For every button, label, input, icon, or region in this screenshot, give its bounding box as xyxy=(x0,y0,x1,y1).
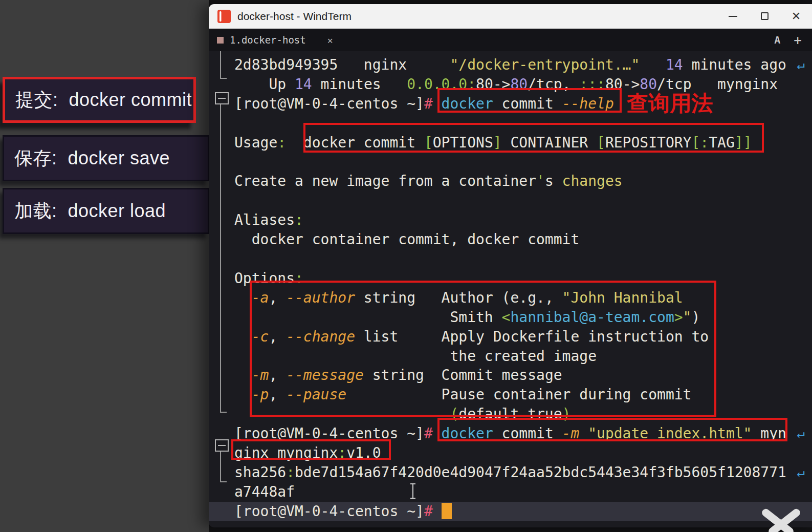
minimize-icon xyxy=(729,16,737,17)
terminal-line: [root@VM-0-4-centos ~]# docker commit --… xyxy=(209,94,812,114)
fold-collapse-icon[interactable] xyxy=(215,92,229,104)
line-wrap-icon: ↵ xyxy=(797,463,805,482)
usage-note-annotation: 查询用法 xyxy=(627,89,713,118)
windterm-window: docker-host - WindTerm ✕ 1.docker-host ✕… xyxy=(209,4,812,527)
note-box-docker-commit: 提交: docker commit xyxy=(3,77,196,123)
windterm-app-icon xyxy=(217,10,231,23)
terminal-line xyxy=(209,114,812,133)
terminal-line: -p, --pause Pause container during commi… xyxy=(209,385,812,405)
tab-close-icon[interactable]: ✕ xyxy=(327,35,333,46)
terminal-line: Create a new image from a container's ch… xyxy=(209,172,812,191)
tab-docker-host[interactable]: 1.docker-host xyxy=(230,34,306,46)
note-box-docker-save: 保存: docker save xyxy=(3,135,209,181)
terminal-line: -a, --author string Author (e.g., "John … xyxy=(209,288,812,308)
note-box-label: 加载: docker load xyxy=(14,199,166,224)
terminal-line: a7448af xyxy=(209,482,812,502)
terminal-line: 2d83bd949395 nginx "/docker-entrypoint.…… xyxy=(209,55,812,75)
terminal-line: sha256:bde7d154a67f420d0e4d9047f24aa52bd… xyxy=(209,463,812,482)
terminal-line: [root@VM-0-4-centos ~]# docker commit -m… xyxy=(209,424,812,443)
fold-collapse-icon[interactable] xyxy=(215,439,229,452)
line-wrap-icon: ↵ xyxy=(797,424,805,443)
font-size-button[interactable]: A xyxy=(774,34,780,46)
terminal-line: -m, --message string Commit message xyxy=(209,366,812,385)
tab-status-icon xyxy=(217,37,224,44)
terminal-line: (default true) xyxy=(209,405,812,424)
terminal-line: docker container commit, docker commit xyxy=(209,230,812,249)
text-cursor xyxy=(442,503,452,519)
mouse-ibeam-pointer xyxy=(412,484,413,498)
window-title: docker-host - WindTerm xyxy=(237,10,352,23)
maximize-button[interactable] xyxy=(749,4,780,28)
terminal-line: Smith <hannibal@a-team.com>") xyxy=(209,308,812,327)
line-wrap-icon: ↵ xyxy=(797,55,805,75)
minimize-button[interactable] xyxy=(717,4,749,28)
note-box-label: 保存: docker save xyxy=(14,146,170,171)
terminal-line: the created image xyxy=(209,347,812,366)
close-button[interactable]: ✕ xyxy=(780,4,812,28)
terminal-line xyxy=(209,249,812,269)
terminal-line: ginx mynginx:v1.0 xyxy=(209,443,812,463)
note-box-docker-load: 加载: docker load xyxy=(3,188,209,234)
terminal-line xyxy=(209,191,812,210)
terminal-line: Aliases: xyxy=(209,210,812,230)
note-box-label: 提交: docker commit xyxy=(15,88,192,113)
terminal-line xyxy=(209,153,812,172)
maximize-icon xyxy=(761,12,769,20)
title-bar[interactable]: docker-host - WindTerm ✕ xyxy=(209,4,812,29)
terminal-line: [root@VM-0-4-centos ~]# xyxy=(209,502,812,521)
terminal-line: Up 14 minutes 0.0.0.0:80->80/tcp, :::80-… xyxy=(209,75,812,94)
tab-bar: 1.docker-host ✕ A + xyxy=(209,29,812,51)
screen: { "window": { "title": "docker-host - Wi… xyxy=(0,0,812,532)
terminal-area[interactable]: 2d83bd949395 nginx "/docker-entrypoint.…… xyxy=(209,51,812,522)
close-icon: ✕ xyxy=(792,10,801,23)
terminal-lines: 2d83bd949395 nginx "/docker-entrypoint.…… xyxy=(209,55,812,521)
terminal-line: -c, --change list Apply Dockerfile instr… xyxy=(209,327,812,347)
new-tab-button[interactable]: + xyxy=(794,32,802,48)
terminal-line: Usage: docker commit [OPTIONS] CONTAINER… xyxy=(209,133,812,153)
terminal-line: Options: xyxy=(209,269,812,288)
